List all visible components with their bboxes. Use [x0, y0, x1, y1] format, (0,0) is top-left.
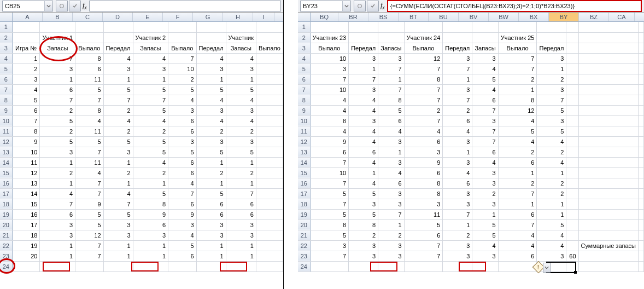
cell[interactable] [566, 74, 578, 84]
cell[interactable] [566, 63, 578, 74]
grid-left[interactable]: 12Участник 1Участник 2Участник3Игра №Зап… [0, 22, 283, 272]
cell[interactable]: 4 [196, 115, 226, 126]
cell[interactable]: 5 [472, 74, 498, 84]
col-header-CA[interactable]: CA [609, 13, 635, 21]
cell[interactable]: 1 [40, 240, 75, 251]
cell[interactable]: Запасы [226, 43, 256, 53]
cell[interactable]: 18 [12, 230, 40, 240]
cell[interactable]: 2 [133, 167, 168, 178]
cell[interactable]: 3 [472, 178, 498, 188]
cell[interactable]: 6 [133, 219, 168, 230]
row-header[interactable]: 20 [0, 219, 12, 230]
cell[interactable]: 7 [378, 63, 404, 74]
col-header-BY[interactable]: BY [549, 13, 579, 21]
cell[interactable]: 2 [196, 126, 226, 136]
row-header[interactable]: 14 [0, 157, 12, 167]
cell[interactable]: 7 [472, 105, 498, 115]
cell[interactable]: 9 [404, 157, 443, 167]
cell[interactable]: 8 [133, 199, 168, 209]
cell[interactable]: 3 [133, 230, 168, 240]
cell[interactable]: 2 [537, 188, 566, 199]
col-header-B[interactable]: B [43, 13, 73, 21]
row-header[interactable]: 5 [298, 63, 310, 74]
name-box-input[interactable] [301, 1, 342, 11]
cell[interactable] [256, 126, 283, 136]
cell[interactable] [168, 22, 196, 32]
cell[interactable]: 7 [168, 188, 196, 199]
cell[interactable]: 1 [443, 219, 472, 230]
row-header[interactable]: 10 [0, 115, 12, 126]
cell[interactable]: 9 [310, 136, 349, 147]
cell[interactable]: 9 [12, 136, 40, 147]
cell[interactable]: 4 [443, 126, 472, 136]
cell[interactable] [578, 188, 638, 199]
cell[interactable]: 4 [378, 167, 404, 178]
cell[interactable]: 3 [537, 84, 566, 95]
cell[interactable]: 5 [537, 219, 566, 230]
cell[interactable]: 4 [537, 136, 566, 147]
cell[interactable] [639, 22, 644, 32]
cell[interactable]: 4 [472, 63, 498, 74]
cell[interactable]: Передал [103, 43, 133, 53]
cell[interactable] [537, 32, 566, 43]
col-header-BX[interactable]: BX [519, 13, 549, 21]
cell[interactable] [566, 136, 578, 147]
cell[interactable]: 7 [443, 209, 472, 219]
cell[interactable]: 8 [498, 95, 537, 105]
cell[interactable]: Передал [349, 43, 378, 53]
cell[interactable]: 3 [349, 115, 378, 126]
cell[interactable] [256, 136, 283, 147]
col-header-C[interactable]: C [73, 13, 103, 21]
cell[interactable]: 3 [443, 53, 472, 63]
cell[interactable]: 1 [349, 167, 378, 178]
cell[interactable] [498, 261, 537, 271]
cell[interactable]: 6 [168, 167, 196, 178]
cell[interactable]: 3 [443, 251, 472, 261]
cell[interactable] [75, 22, 103, 32]
cell[interactable]: 3 [226, 230, 256, 240]
cell[interactable]: 3 [103, 230, 133, 240]
cell[interactable]: 3 [196, 219, 226, 230]
cell[interactable] [566, 95, 578, 105]
cell[interactable]: 4 [349, 178, 378, 188]
cell[interactable]: 4 [196, 95, 226, 105]
formula-input-right[interactable]: {=СУММ(ЕСЛИ(ОСТАТ(СТОЛБЕЦ(B23:BX23);3)=2… [387, 0, 642, 12]
cell[interactable]: 1 [498, 84, 537, 95]
cell[interactable] [566, 261, 578, 271]
cell[interactable] [103, 261, 133, 271]
row-header[interactable]: 24 [0, 261, 12, 271]
cell[interactable] [378, 22, 404, 32]
row-header[interactable]: 21 [298, 230, 310, 240]
select-all-corner[interactable] [0, 13, 13, 21]
cell[interactable] [443, 22, 472, 32]
cell[interactable] [256, 74, 283, 84]
cell[interactable]: 7 [472, 136, 498, 147]
cancel-formula-button[interactable] [354, 1, 366, 11]
cell[interactable]: 4 [310, 126, 349, 136]
cell[interactable] [256, 240, 283, 251]
cell[interactable]: 5 [226, 147, 256, 157]
cell[interactable]: 3 [404, 199, 443, 209]
row-header[interactable]: 10 [298, 115, 310, 126]
cell[interactable] [639, 126, 644, 136]
cell[interactable]: 6 [404, 136, 443, 147]
cell[interactable] [639, 74, 644, 84]
cell[interactable] [226, 22, 256, 32]
row-header[interactable]: 4 [0, 53, 12, 63]
name-box-input[interactable] [3, 1, 44, 11]
cell[interactable]: 7 [310, 74, 349, 84]
cell[interactable]: 4 [103, 115, 133, 126]
cell[interactable]: 4 [537, 157, 566, 167]
cell[interactable] [578, 147, 638, 157]
cell[interactable] [566, 105, 578, 115]
cell[interactable]: 6 [12, 105, 40, 115]
error-smart-tag-dropdown[interactable] [543, 263, 551, 273]
row-header[interactable]: 11 [298, 126, 310, 136]
cell[interactable]: 9 [133, 209, 168, 219]
cell[interactable] [639, 219, 644, 230]
col-header-F[interactable]: F [163, 13, 193, 21]
select-all-corner[interactable] [298, 13, 311, 21]
cell[interactable]: Участник 2 [133, 32, 168, 43]
cell[interactable]: 2 [103, 126, 133, 136]
cell[interactable]: 2 [133, 126, 168, 136]
